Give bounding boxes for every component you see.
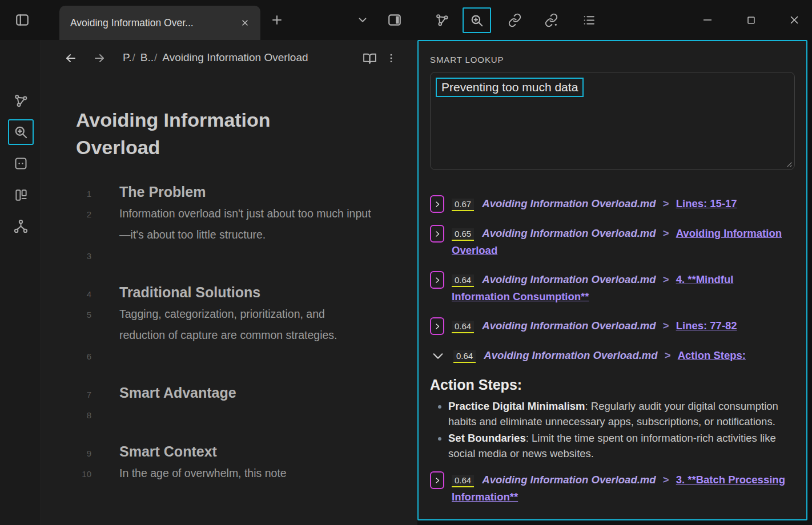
lookup-result-row[interactable]: 0.64 Avoiding Information Overload.md > … [430, 471, 795, 506]
close-icon[interactable] [785, 10, 804, 30]
reading-view-icon[interactable] [360, 49, 379, 67]
collapse-chevron-icon[interactable] [430, 347, 446, 365]
editor-header: P./B../Avoiding Information Overload [41, 40, 417, 76]
result-text: 0.64 Avoiding Information Overload.md > … [452, 317, 737, 334]
tab-avoiding-information-overload[interactable]: Avoiding Information Over... [59, 6, 260, 40]
maximize-icon[interactable] [741, 10, 761, 30]
result-text: 0.65 Avoiding Information Overload.md > … [452, 225, 787, 259]
ribbon-smart-connections-icon[interactable] [8, 88, 34, 114]
lookup-result-row[interactable]: 0.65 Avoiding Information Overload.md > … [430, 225, 795, 259]
list-icon[interactable] [579, 10, 598, 30]
breadcrumb-separator: / [132, 51, 135, 63]
doc-line: 5 Tagging, categorization, prioritizatio… [41, 304, 417, 345]
doc-line-text: In the age of overwhelm, this note [119, 463, 287, 484]
ribbon-smart-lookup-icon[interactable] [8, 119, 34, 145]
workspace: P./B../Avoiding Information Overload Avo… [0, 40, 812, 525]
doc-line: 9 Smart Context [41, 440, 417, 463]
doc-line-text: Information overload isn't just about to… [119, 203, 373, 245]
smart-connections-icon[interactable] [432, 10, 452, 30]
title-bar: Avoiding Information Over... [0, 0, 812, 40]
result-score: 0.64 [452, 274, 474, 287]
sidebar-left-toggle-icon[interactable] [13, 10, 32, 30]
expand-chevron-icon[interactable] [430, 225, 444, 243]
more-options-icon[interactable] [382, 49, 400, 67]
preview-bullet: Set Boundaries: Limit the time spent on … [448, 431, 795, 461]
expand-chevron-icon[interactable] [430, 271, 444, 289]
doc-line-text [119, 345, 122, 366]
result-text: 0.64 Avoiding Information Overload.md > … [453, 347, 746, 364]
doc-line: 2 Information overload isn't just about … [41, 203, 417, 245]
smart-lookup-toolbar-button[interactable] [463, 7, 491, 33]
ribbon-smart-chat-icon[interactable] [8, 151, 34, 176]
line-number: 6 [41, 352, 96, 361]
tab-title: Avoiding Information Over... [70, 17, 238, 29]
lookup-result-row[interactable]: 0.64 Avoiding Information Overload.md > … [430, 271, 795, 305]
breadcrumb[interactable]: P./B../Avoiding Information Overload [123, 51, 308, 64]
lookup-result-row[interactable]: 0.67 Avoiding Information Overload.md > … [430, 195, 795, 213]
breadcrumb-part[interactable]: P. [123, 51, 132, 63]
link-alt-icon[interactable] [541, 10, 561, 30]
result-text: 0.67 Avoiding Information Overload.md > … [452, 195, 737, 212]
lookup-query-textarea[interactable]: Preventing too much data [430, 72, 795, 170]
result-file-name: Avoiding Information Overload.md [482, 197, 656, 209]
resize-grip-icon[interactable] [785, 160, 792, 167]
result-file-name: Avoiding Information Overload.md [482, 320, 656, 332]
link-icon[interactable] [505, 10, 524, 30]
result-score: 0.64 [452, 475, 474, 487]
result-text: 0.64 Avoiding Information Overload.md > … [452, 471, 787, 506]
sidebar-right-toggle-icon[interactable] [385, 10, 404, 30]
result-link[interactable]: Lines: 77-82 [676, 320, 737, 332]
ribbon-graph-icon[interactable] [8, 213, 34, 239]
line-number: 1 [41, 189, 96, 199]
result-link[interactable]: Lines: 15-17 [676, 197, 737, 209]
minimize-icon[interactable] [698, 10, 717, 30]
result-link[interactable]: Action Steps: [678, 349, 746, 361]
lookup-result-row[interactable]: 0.64 Avoiding Information Overload.md > … [430, 347, 795, 365]
left-ribbon [0, 40, 41, 525]
result-file-name: Avoiding Information Overload.md [482, 227, 656, 239]
doc-line-text [119, 404, 122, 425]
expand-chevron-icon[interactable] [430, 195, 444, 213]
result-text: 0.64 Avoiding Information Overload.md > … [452, 271, 787, 305]
lookup-result-row[interactable]: 0.64 Avoiding Information Overload.md > … [430, 317, 795, 335]
document-body[interactable]: 1 The Problem 2 Information overload isn… [41, 180, 417, 484]
result-score: 0.65 [452, 228, 474, 241]
panel-title: SMART LOOKUP [430, 55, 795, 64]
breadcrumb-part[interactable]: Avoiding Information Overload [162, 51, 308, 63]
result-separator: > [663, 320, 669, 332]
doc-line-text: The Problem [119, 180, 206, 203]
result-file-name: Avoiding Information Overload.md [482, 474, 656, 486]
tab-list-chevron-icon[interactable] [353, 10, 372, 30]
doc-line-text: Smart Advantage [119, 381, 236, 404]
expand-chevron-icon[interactable] [430, 471, 444, 489]
expand-chevron-icon[interactable] [430, 317, 444, 335]
ribbon-layout-icon[interactable] [8, 182, 34, 208]
new-tab-button[interactable] [267, 10, 287, 30]
line-number: 10 [41, 469, 96, 479]
line-number: 7 [41, 390, 96, 399]
doc-line-text: Tagging, categorization, prioritization,… [119, 304, 373, 345]
doc-line: 8 [41, 404, 417, 425]
preview-bullet: Practice Digital Minimalism: Regularly a… [448, 399, 795, 429]
breadcrumb-separator: / [154, 51, 157, 63]
line-number: 3 [41, 251, 96, 261]
preview-heading: Action Steps: [430, 377, 795, 393]
navigate-forward-icon[interactable] [90, 49, 108, 67]
result-separator: > [663, 273, 669, 285]
smart-lookup-panel: SMART LOOKUP Preventing too much data 0.… [417, 40, 807, 520]
result-preview: Action Steps: Practice Digital Minimalis… [430, 377, 795, 461]
result-score: 0.64 [453, 350, 476, 363]
doc-line: 10 In the age of overwhelm, this note [41, 463, 417, 484]
doc-line-text: Traditional Solutions [119, 281, 260, 304]
doc-line: 7 Smart Advantage [41, 381, 417, 404]
navigate-back-icon[interactable] [62, 49, 80, 67]
doc-line-text: Smart Context [119, 440, 217, 463]
line-number: 2 [41, 209, 96, 219]
doc-line: 6 [41, 345, 417, 366]
result-separator: > [665, 349, 671, 361]
tab-close-icon[interactable] [238, 15, 252, 30]
doc-line-text [119, 245, 122, 266]
lookup-query-text[interactable]: Preventing too much data [436, 78, 584, 97]
breadcrumb-part[interactable]: B.. [140, 51, 154, 63]
doc-line: 1 The Problem [41, 180, 417, 203]
